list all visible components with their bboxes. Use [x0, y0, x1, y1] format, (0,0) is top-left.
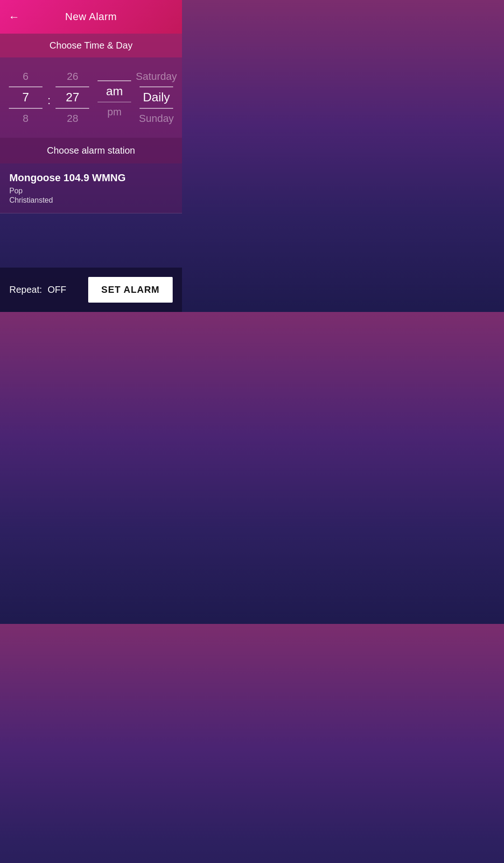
- ampm-picker[interactable]: am pm: [93, 73, 135, 122]
- day-picker[interactable]: Saturday Daily Sunday: [135, 67, 177, 128]
- day-selected[interactable]: Daily: [135, 86, 177, 108]
- station-location: Christiansted: [9, 196, 173, 205]
- station-section-banner-text: Choose alarm station: [47, 145, 135, 156]
- day-below: Sunday: [135, 109, 177, 128]
- station-name: Mongoose 104.9 WMNG: [9, 172, 173, 184]
- minute-selected[interactable]: 27: [52, 86, 94, 108]
- bottom-bar: Repeat: OFF SET ALARM: [0, 268, 182, 312]
- station-genre: Pop: [9, 187, 173, 195]
- minute-below: 28: [52, 109, 94, 128]
- station-section-banner: Choose alarm station: [0, 138, 182, 163]
- minute-above: 26: [52, 67, 94, 86]
- time-colon: :: [47, 88, 52, 107]
- day-above: Saturday: [135, 67, 177, 86]
- hour-below: 8: [5, 109, 47, 128]
- time-section-banner-text: Choose Time & Day: [49, 40, 133, 50]
- hour-picker[interactable]: 6 7 8: [5, 67, 47, 128]
- back-button[interactable]: ←: [8, 10, 20, 23]
- ampm-above: [93, 73, 135, 80]
- main-content-area: [0, 213, 182, 268]
- hour-above: 6: [5, 67, 47, 86]
- repeat-section[interactable]: Repeat: OFF: [9, 284, 66, 295]
- station-info[interactable]: Mongoose 104.9 WMNG Pop Christiansted: [0, 163, 182, 213]
- ampm-selected[interactable]: am: [93, 80, 135, 102]
- set-alarm-button[interactable]: SET ALARM: [88, 277, 173, 303]
- page-title: New Alarm: [65, 11, 117, 23]
- app-header: ← New Alarm: [0, 0, 182, 34]
- hour-selected[interactable]: 7: [5, 86, 47, 108]
- time-picker-section[interactable]: 6 7 8 : 26 27 28 am pm Saturday Daily Su…: [0, 57, 182, 138]
- back-icon: ←: [8, 10, 20, 23]
- repeat-value[interactable]: OFF: [48, 284, 66, 295]
- repeat-label: Repeat:: [9, 284, 42, 295]
- minute-picker[interactable]: 26 27 28: [52, 67, 94, 128]
- ampm-below: pm: [93, 102, 135, 122]
- time-section-banner: Choose Time & Day: [0, 34, 182, 57]
